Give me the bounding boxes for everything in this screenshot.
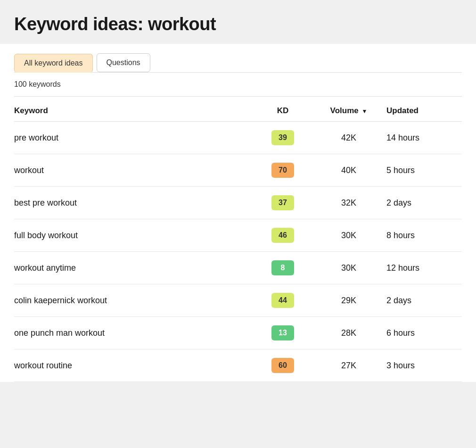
col-header-updated: Updated [386,106,462,116]
table-row: workout routine 60 27K 3 hours [14,349,462,382]
cell-updated: 14 hours [386,133,462,143]
page-header: Keyword ideas: workout [0,0,476,44]
col-header-keyword: Keyword [14,106,254,116]
keyword-count: 100 keywords [14,73,462,97]
cell-volume: 32K [311,198,386,208]
cell-kd: 60 [254,358,311,373]
cell-updated: 6 hours [386,328,462,338]
cell-updated: 3 hours [386,361,462,371]
cell-volume: 42K [311,133,386,143]
kd-badge: 37 [271,195,294,210]
page-title: Keyword ideas: workout [14,14,462,34]
cell-kd: 70 [254,163,311,178]
cell-kd: 13 [254,325,311,340]
cell-updated: 8 hours [386,231,462,241]
cell-updated: 5 hours [386,166,462,175]
cell-keyword: best pre workout [14,198,254,208]
cell-kd: 8 [254,260,311,275]
table-row: workout 70 40K 5 hours [14,154,462,187]
cell-volume: 27K [311,361,386,371]
col-header-volume[interactable]: Volume ▼ [311,106,386,116]
kd-badge: 44 [271,293,294,308]
cell-keyword: one punch man workout [14,328,254,338]
cell-volume: 30K [311,263,386,273]
table-row: workout anytime 8 30K 12 hours [14,252,462,284]
cell-keyword: full body workout [14,231,254,241]
sort-arrow-icon: ▼ [361,108,367,115]
table-row: one punch man workout 13 28K 6 hours [14,317,462,349]
kd-badge: 8 [271,260,294,275]
kd-badge: 13 [271,325,294,340]
cell-keyword: colin kaepernick workout [14,296,254,306]
cell-kd: 46 [254,228,311,243]
cell-updated: 2 days [386,296,462,306]
cell-updated: 2 days [386,198,462,208]
cell-volume: 30K [311,231,386,241]
cell-kd: 44 [254,293,311,308]
keywords-table: Keyword KD Volume ▼ Updated pre workout … [14,97,462,382]
kd-badge: 46 [271,228,294,243]
table-row: pre workout 39 42K 14 hours [14,122,462,154]
cell-updated: 12 hours [386,263,462,273]
cell-keyword: workout [14,166,254,175]
kd-badge: 70 [271,163,294,178]
kd-badge: 39 [271,130,294,145]
cell-volume: 29K [311,296,386,306]
table-header: Keyword KD Volume ▼ Updated [14,97,462,122]
cell-kd: 37 [254,195,311,210]
cell-keyword: pre workout [14,133,254,143]
tabs-row: All keyword ideas Questions [14,44,462,73]
cell-keyword: workout routine [14,361,254,371]
table-row: best pre workout 37 32K 2 days [14,187,462,219]
cell-keyword: workout anytime [14,263,254,273]
cell-kd: 39 [254,130,311,145]
kd-badge: 60 [271,358,294,373]
tab-questions[interactable]: Questions [97,53,150,72]
cell-volume: 28K [311,328,386,338]
col-header-kd: KD [254,106,311,116]
table-row: full body workout 46 30K 8 hours [14,219,462,252]
cell-volume: 40K [311,166,386,175]
table-row: colin kaepernick workout 44 29K 2 days [14,284,462,317]
tab-all-keyword-ideas[interactable]: All keyword ideas [14,54,93,73]
main-content: All keyword ideas Questions 100 keywords… [0,44,476,382]
table-body: pre workout 39 42K 14 hours workout 70 4… [14,122,462,382]
